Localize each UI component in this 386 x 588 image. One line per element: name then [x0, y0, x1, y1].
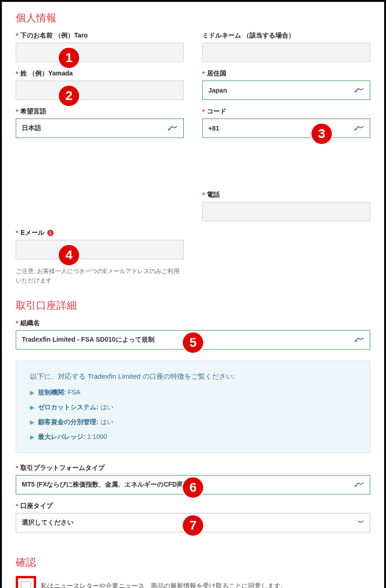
phone-input[interactable] — [202, 202, 370, 221]
country-label: *居住国 — [202, 69, 370, 78]
chevron-down-icon: ﹀ — [358, 86, 364, 94]
middle-name-input[interactable] — [202, 43, 370, 62]
section-title-account: 取引口座詳細 — [16, 299, 370, 313]
badge-2: 2 — [57, 84, 81, 107]
badge-6: 6 — [181, 476, 205, 499]
check-icon — [354, 481, 358, 489]
country-select[interactable]: Japan ﹀ — [202, 81, 370, 100]
account-type-label: *口座タイプ — [16, 502, 370, 510]
language-label: *希望言語 — [16, 107, 184, 116]
bullet-icon: ▶ — [30, 404, 34, 411]
info-item: ▶顧客資金の分別管理: はい — [30, 418, 356, 426]
bullet-icon: ▶ — [30, 389, 34, 396]
info-item: ▶規制機関: FSA — [30, 388, 356, 397]
middle-name-label: ミドルネーム （該当する場合） — [202, 31, 370, 40]
info-list: ▶規制機関: FSA ▶ゼロカットシステム: はい ▶顧客資金の分別管理: はい… — [30, 388, 356, 441]
chevron-down-icon: ﹀ — [358, 124, 364, 132]
email-note: ご注意: お客様一人につき一つのEメールアドレスのみご利用いただけます — [16, 267, 182, 285]
bullet-icon: ▶ — [30, 434, 34, 440]
badge-5: 5 — [181, 331, 205, 354]
chevron-down-icon: ﹀ — [358, 519, 364, 527]
info-box-title: 以下に、対応する Tradexfin Limited の口座の特徴をご覧ください… — [30, 372, 356, 381]
code-select[interactable]: +81 ﹀ — [202, 119, 370, 138]
info-item: ▶最大レバレッジ: 1:1000 — [30, 433, 356, 441]
organization-label: *組織名 — [16, 319, 370, 327]
chevron-down-icon: ﹀ — [358, 481, 364, 489]
info-box: 以下に、対応する Tradexfin Limited の口座の特徴をご覧ください… — [16, 361, 370, 453]
check-icon — [354, 124, 358, 133]
confirm-text: 私はニュースレターや企業ニュース、商品の最新情報を受け取ることに同意します。 — [41, 582, 287, 588]
code-label: *コード — [202, 107, 370, 116]
info-item: ▶ゼロカットシステム: はい — [30, 403, 356, 412]
newsletter-checkbox[interactable] — [21, 581, 31, 588]
platform-label: *取引プラットフォームタイプ — [16, 464, 370, 472]
badge-4: 4 — [57, 244, 81, 267]
last-name-label: *姓 （例）Yamada — [16, 69, 184, 78]
section-title-confirm: 確認 — [16, 556, 370, 569]
language-select[interactable]: 日本語 ﹀ — [16, 119, 184, 138]
form-container: 個人情報 *下のお名前 （例）Taro 1 ミドルネーム （該当する場合） *姓… — [0, 0, 386, 588]
first-name-label: *下のお名前 （例）Taro — [16, 31, 184, 40]
section-title-personal: 個人情報 — [16, 11, 370, 25]
phone-label: *電話 — [202, 191, 370, 199]
bullet-icon: ▶ — [30, 419, 34, 425]
chevron-down-icon: ﹀ — [358, 336, 364, 344]
first-name-input[interactable] — [16, 43, 184, 62]
email-input[interactable] — [16, 240, 184, 259]
badge-1: 1 — [57, 46, 81, 69]
info-icon: i — [47, 230, 54, 236]
checkbox-highlight — [16, 576, 36, 588]
check-icon — [167, 124, 171, 133]
check-icon — [354, 336, 358, 344]
last-name-input[interactable] — [16, 81, 184, 100]
email-label: *Eメールi — [16, 229, 184, 237]
badge-3: 3 — [310, 122, 333, 145]
check-icon — [354, 86, 358, 95]
badge-7: 7 — [181, 514, 205, 537]
chevron-down-icon: ﹀ — [171, 124, 178, 132]
